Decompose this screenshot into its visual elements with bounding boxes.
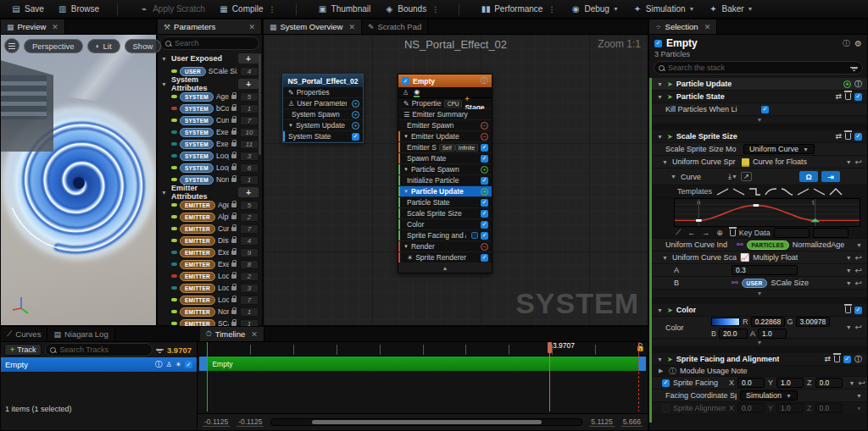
enabled-checkbox[interactable] <box>481 144 488 152</box>
tab-timeline[interactable]: ⏱ Timeline ✕ <box>200 327 264 341</box>
color-r-input[interactable] <box>751 317 785 327</box>
shuffle-icon[interactable]: ⇄ <box>835 132 842 141</box>
chevron-down-icon[interactable]: ▼ <box>846 159 852 165</box>
reset-icon[interactable]: ↩ <box>858 379 865 388</box>
chevron-down-icon[interactable]: ▼ <box>846 268 852 274</box>
enabled-checkbox[interactable] <box>481 254 488 262</box>
timeline-scrollbar[interactable] <box>270 418 582 426</box>
collapse-chevron[interactable]: ▼ <box>652 339 867 347</box>
section-user-exposed[interactable]: ▼ User Exposed + <box>158 52 262 65</box>
toolbar-button[interactable] <box>107 2 131 17</box>
toolbar-button[interactable]: ✦ Simulation ▼ <box>626 3 701 16</box>
info-icon[interactable]: ⓘ <box>854 79 862 90</box>
add-icon[interactable]: + <box>352 100 359 108</box>
close-icon[interactable]: ✕ <box>52 23 58 31</box>
node-row[interactable]: Spawn Rate <box>398 153 492 164</box>
tab-preview[interactable]: ▦ Preview ✕ <box>1 19 65 34</box>
curve-key[interactable] <box>696 219 702 222</box>
tab-niagara-log[interactable]: ▤ Niagara Log <box>47 327 114 341</box>
chevron-down-icon[interactable]: ▼ <box>856 406 862 412</box>
reset-icon[interactable]: ↩ <box>855 279 862 288</box>
range-start-input[interactable]: -0.1125 <box>203 417 230 427</box>
add-icon[interactable]: + <box>481 166 488 174</box>
solo-icon[interactable]: ♙ <box>403 89 409 97</box>
node-row[interactable]: Scale Sprite Size <box>398 208 492 219</box>
node-row[interactable]: System State <box>283 131 363 142</box>
track-row-empty[interactable]: Empty ⓘ ♙ ☀ <box>1 357 197 372</box>
toolbar-button[interactable]: ✦ Baker ▼ <box>702 3 759 16</box>
parameter-row[interactable]: EMITTER Curr 7 <box>158 223 262 235</box>
curve-open-icon[interactable]: ↗ <box>741 172 752 181</box>
collapse-node-button[interactable]: ▲ <box>398 263 492 273</box>
enabled-checkbox[interactable] <box>481 232 488 240</box>
alignment-y-input[interactable] <box>776 403 804 413</box>
reset-icon[interactable]: ↩ <box>855 157 862 167</box>
facing-x-input[interactable] <box>737 378 765 388</box>
node-row[interactable]: System Spawn + <box>283 109 363 120</box>
chevron-down-icon[interactable]: ▼ <box>856 242 862 248</box>
clip-start-cap[interactable] <box>199 356 207 371</box>
alignment-z-input[interactable] <box>815 403 843 413</box>
toolbar-button[interactable]: ◉ Debug ▼ <box>565 3 624 16</box>
curve-template-icons[interactable] <box>715 187 843 196</box>
parameter-row[interactable]: EMITTER Loca 2 <box>158 270 262 282</box>
shuffle-icon[interactable]: ⇄ <box>835 92 842 101</box>
parameter-row[interactable]: EMITTER Norr 1 <box>158 306 262 318</box>
close-icon[interactable]: ✕ <box>704 23 711 31</box>
graph-canvas[interactable]: NS_Portal_Effect_02 Zoom 1:1 SYSTEM NS_P… <box>264 35 648 325</box>
remove-icon[interactable]: − <box>481 122 488 130</box>
module-color[interactable]: ▼ ➤ Color <box>652 304 867 317</box>
color-swatch[interactable] <box>711 318 740 326</box>
chevron-down-icon[interactable]: ▼ <box>849 380 855 386</box>
group-particle-update[interactable]: ▼ ➤ Particle Update + ⓘ <box>652 78 867 91</box>
tab-system-overview[interactable]: ▦ System Overview ✕ <box>264 19 362 34</box>
node-row[interactable]: ▼ Render − <box>398 241 492 252</box>
parameter-row[interactable]: EMITTER Exec 9 <box>158 246 262 258</box>
enabled-checkbox[interactable] <box>352 133 359 141</box>
kill-particles-checkbox[interactable] <box>761 106 769 113</box>
trash-icon[interactable] <box>845 307 851 313</box>
collapse-chevron[interactable]: ▼ <box>652 116 867 124</box>
filter-icon[interactable] <box>156 347 164 353</box>
lock-icon[interactable]: 🔓 <box>636 343 645 351</box>
node-row[interactable]: ▼ Emitter Update − <box>398 131 492 142</box>
sprite-facing-checkbox[interactable] <box>662 379 670 387</box>
facing-y-input[interactable] <box>776 378 804 388</box>
enabled-checkbox[interactable] <box>481 155 488 163</box>
kebab-menu-icon[interactable]: ⋮ <box>267 5 278 14</box>
coordinate-space-dropdown[interactable]: Simulation▼ <box>740 390 798 401</box>
chevron-down-icon[interactable]: ▼ <box>846 280 852 286</box>
toolbar-button[interactable]: ▣ Thumbnail <box>312 3 377 16</box>
trash-icon[interactable] <box>834 356 840 362</box>
collapse-chevron[interactable]: ▼ <box>652 290 867 298</box>
node-row[interactable]: Sprite Facing and Alignment <box>398 230 492 241</box>
parameter-row[interactable]: EMITTER Loop 7 <box>158 294 262 306</box>
module-scale-sprite-size[interactable]: ▼ ➤ Scale Sprite Size ⇄ <box>652 130 867 143</box>
prev-key-icon[interactable]: ← <box>687 229 695 237</box>
row-module-usage-note[interactable]: ▶ ⓘ Module Usage Note <box>652 366 867 377</box>
fit-curve-vertical-button[interactable]: Ω <box>799 171 818 182</box>
shuffle-icon[interactable]: ⇄ <box>824 355 831 363</box>
gear-icon[interactable]: ⚙ <box>854 39 862 48</box>
parameter-row[interactable]: EMITTER Loop 3 <box>158 282 262 294</box>
parameter-row[interactable]: SYSTEM Curr 7 <box>158 114 262 126</box>
enabled-checkbox[interactable] <box>481 210 488 218</box>
lit-button[interactable]: ◐Lit <box>87 39 120 53</box>
viewport-menu-button[interactable] <box>4 38 19 53</box>
kebab-menu-icon[interactable]: ⋮ <box>546 5 557 14</box>
a-value-input[interactable] <box>732 265 798 275</box>
system-node[interactable]: NS_Portal_Effect_02 ✎ Properties <box>282 74 364 143</box>
kebab-menu-icon[interactable]: ⋮ <box>430 5 441 14</box>
track-search-input[interactable] <box>59 345 147 354</box>
track-enabled-checkbox[interactable] <box>185 361 192 368</box>
node-row[interactable]: Initialize Particle <box>398 175 492 186</box>
module-sprite-facing[interactable]: ▼ ➤ Sprite Facing and Alignment ⇄ ⓘ <box>652 353 867 366</box>
key-value-input[interactable] <box>813 228 849 238</box>
tab-scratch-pad[interactable]: ✎ Scratch Pad <box>362 19 428 34</box>
timeline-ruler[interactable] <box>198 342 648 356</box>
toolbar-button[interactable]: ▥ Browse <box>52 3 105 16</box>
curve-zoom-icon[interactable]: ⟋ <box>676 228 681 237</box>
delete-key-icon[interactable] <box>730 229 736 236</box>
emitter-node-header[interactable]: Empty ⓘ <box>398 75 492 87</box>
parameter-row[interactable]: EMITTER Age 5 <box>158 199 262 211</box>
